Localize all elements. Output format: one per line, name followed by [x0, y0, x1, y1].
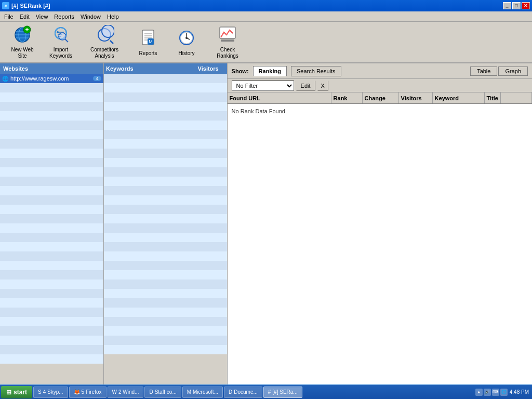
- empty-row: [104, 251, 227, 261]
- empty-row: [104, 158, 227, 167]
- website-count: 4: [93, 76, 101, 81]
- menu-edit[interactable]: Edit: [17, 12, 33, 21]
- filter-toolbar: No Filter Edit X: [228, 79, 532, 92]
- menu-window[interactable]: Window: [77, 12, 104, 21]
- competitors-analysis-label: Competitors Analysis: [84, 47, 125, 59]
- edit-filter-button[interactable]: Edit: [296, 81, 315, 91]
- empty-row: [104, 177, 227, 186]
- empty-row: [104, 345, 227, 354]
- taskbar-microsoft[interactable]: M Microsoft...: [182, 387, 223, 398]
- menu-reports[interactable]: Reports: [51, 12, 77, 21]
- empty-row: [104, 102, 227, 111]
- empty-row: [104, 195, 227, 205]
- taskbar-skyp[interactable]: S 4 Skyp...: [33, 387, 68, 398]
- start-label: start: [14, 389, 27, 396]
- empty-row: [0, 149, 103, 158]
- tab-ranking[interactable]: Ranking: [253, 66, 287, 76]
- keywords-col-header: Keywords: [104, 63, 196, 74]
- empty-row: [0, 223, 103, 233]
- empty-row: [104, 308, 227, 317]
- empty-row: [0, 83, 103, 92]
- website-globe-icon: 🌐: [2, 76, 8, 82]
- menu-help[interactable]: Help: [104, 12, 122, 21]
- empty-row: [104, 121, 227, 130]
- empty-row: [0, 167, 103, 177]
- taskbar-staff[interactable]: D Staff co...: [144, 387, 181, 398]
- svg-rect-33: [221, 39, 234, 42]
- skyp-icon: S: [38, 389, 42, 395]
- view-buttons: Table Graph: [470, 66, 528, 76]
- graph-view-button[interactable]: Graph: [498, 66, 528, 76]
- empty-row: [0, 317, 103, 326]
- empty-row: [104, 280, 227, 289]
- menu-file[interactable]: File: [1, 12, 17, 21]
- svg-text:M: M: [149, 39, 153, 44]
- sys-icon-2: 🔊: [484, 389, 491, 396]
- history-label: History: [178, 50, 194, 57]
- empty-row: [0, 345, 103, 354]
- new-web-site-label: New Web Site: [7, 47, 38, 59]
- empty-row: [104, 289, 227, 298]
- reports-button[interactable]: M Reports: [130, 24, 166, 60]
- empty-row: [104, 92, 227, 102]
- taskbar-firefox[interactable]: 🦊 5 Firefox: [69, 387, 107, 398]
- empty-row: [104, 214, 227, 223]
- import-icon: [50, 25, 71, 45]
- empty-row: [0, 354, 103, 364]
- empty-row: [0, 205, 103, 214]
- close-button[interactable]: ✕: [522, 2, 530, 9]
- document-icon: D: [229, 389, 232, 395]
- system-icons: ▲ 🔊 ⌨ 🌐: [475, 389, 508, 396]
- competitors-analysis-button[interactable]: Competitors Analysis: [81, 24, 128, 60]
- staff-label: Staff co...: [155, 389, 177, 395]
- tab-search-results[interactable]: Search Results: [291, 66, 341, 76]
- empty-row: [0, 280, 103, 289]
- svg-line-19: [110, 41, 113, 44]
- empty-row: [104, 167, 227, 177]
- show-toolbar: Show: Ranking Search Results Table Graph: [228, 63, 532, 79]
- sys-icon-4: 🌐: [500, 389, 508, 396]
- empty-row: [0, 289, 103, 298]
- new-web-site-button[interactable]: New Web Site: [4, 24, 41, 60]
- minimize-button[interactable]: _: [503, 2, 511, 9]
- table-view-button[interactable]: Table: [470, 66, 497, 76]
- empty-row: [104, 336, 227, 345]
- empty-row: [0, 270, 103, 280]
- taskbar-wind[interactable]: W 2 Wind...: [108, 387, 144, 398]
- col-rank: Rank: [331, 92, 363, 103]
- app-icon: #: [2, 2, 9, 9]
- serank-label: [#] SERa...: [272, 389, 297, 395]
- svg-point-18: [102, 25, 114, 37]
- col-change: Change: [363, 92, 399, 103]
- keywords-list: [104, 74, 227, 384]
- empty-row: [0, 261, 103, 270]
- check-rankings-button[interactable]: Check Rankings: [207, 24, 248, 60]
- start-button[interactable]: ⊞ start: [1, 386, 32, 398]
- svg-point-31: [185, 37, 188, 39]
- empty-row: [104, 317, 227, 326]
- firefox-icon: 🦊: [74, 389, 80, 395]
- show-label: Show:: [232, 68, 249, 74]
- empty-row: [0, 233, 103, 242]
- website-item[interactable]: 🌐 http://www.ragesw.com 4: [0, 74, 103, 83]
- websites-panel: Websites 🌐 http://www.ragesw.com 4: [0, 63, 104, 384]
- empty-row: [0, 130, 103, 139]
- keywords-panel: Keywords Visitors: [104, 63, 228, 384]
- empty-row: [0, 102, 103, 111]
- empty-row: [0, 121, 103, 130]
- import-keywords-button[interactable]: Import Keywords: [43, 24, 79, 60]
- clear-filter-button[interactable]: X: [317, 81, 328, 91]
- history-button[interactable]: History: [168, 24, 205, 60]
- taskbar-right: ▲ 🔊 ⌨ 🌐 4:48 PM: [475, 389, 531, 396]
- filter-select[interactable]: No Filter: [232, 81, 294, 91]
- taskbar-document[interactable]: D Docume...: [224, 387, 262, 398]
- empty-row: [104, 130, 227, 139]
- menu-view[interactable]: View: [33, 12, 51, 21]
- svg-point-14: [59, 33, 66, 40]
- col-found-url: Found URL: [228, 92, 331, 103]
- empty-row: [0, 177, 103, 186]
- empty-row: [0, 139, 103, 149]
- maximize-button[interactable]: □: [512, 2, 521, 9]
- title-bar: # [#] SERank [#] _ □ ✕: [0, 0, 532, 11]
- taskbar-serank[interactable]: # [#] SERa...: [263, 387, 302, 398]
